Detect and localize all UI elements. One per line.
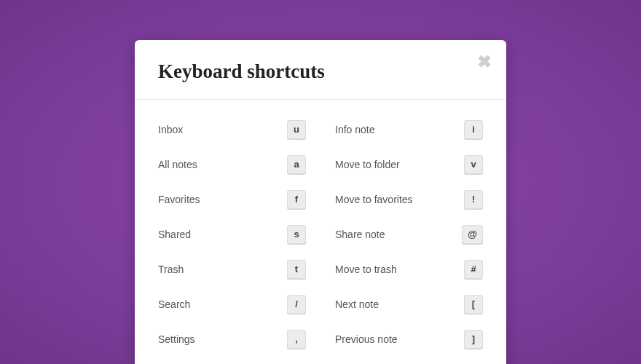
shortcut-label: Move to folder (335, 159, 400, 170)
shortcut-row: Next note [ (335, 295, 483, 314)
shortcut-key: f (287, 190, 306, 209)
shortcut-row: Info note i (335, 120, 483, 139)
shortcut-column-right: Info note i Move to folder v Move to fav… (335, 120, 483, 364)
shortcut-key: i (464, 120, 483, 139)
close-button[interactable]: ✖ (476, 53, 493, 71)
shortcut-label: Favorites (158, 194, 200, 205)
shortcut-key: [ (464, 295, 483, 314)
shortcut-row: Shared s (158, 225, 306, 244)
keyboard-shortcuts-modal: Keyboard shortcuts ✖ Inbox u All notes a… (135, 40, 506, 364)
shortcut-key: ] (464, 330, 483, 349)
shortcut-label: Share note (335, 229, 385, 240)
shortcut-label: Previous note (335, 333, 398, 345)
close-icon: ✖ (477, 52, 492, 71)
shortcut-label: Next note (335, 298, 379, 310)
shortcut-label: Trash (158, 264, 184, 275)
shortcut-label: Settings (158, 333, 195, 345)
shortcut-label: Move to trash (335, 264, 397, 275)
shortcut-row: Previous note ] (335, 330, 483, 349)
shortcut-column-left: Inbox u All notes a Favorites f Shared s… (158, 120, 306, 364)
shortcut-row: Settings , (158, 330, 306, 349)
modal-body: Inbox u All notes a Favorites f Shared s… (135, 100, 506, 364)
shortcut-row: Move to trash # (335, 260, 483, 279)
shortcut-key: / (287, 295, 306, 314)
shortcut-key: # (464, 260, 483, 279)
shortcut-key: ! (464, 190, 483, 209)
shortcut-row: Favorites f (158, 190, 306, 209)
modal-header: Keyboard shortcuts ✖ (135, 40, 506, 100)
shortcut-key: s (287, 225, 306, 244)
shortcut-key: @ (462, 225, 483, 244)
shortcut-row: Inbox u (158, 120, 306, 139)
shortcut-label: Move to favorites (335, 194, 413, 205)
shortcut-key: , (287, 330, 306, 349)
shortcut-row: Share note @ (335, 225, 483, 244)
shortcut-label: Search (158, 298, 190, 310)
shortcut-row: Move to favorites ! (335, 190, 483, 209)
shortcut-key: a (287, 155, 306, 174)
shortcut-row: All notes a (158, 155, 306, 174)
shortcut-key: u (287, 120, 306, 139)
shortcut-row: Trash t (158, 260, 306, 279)
shortcut-key: v (464, 155, 483, 174)
shortcut-row: Search / (158, 295, 306, 314)
shortcut-columns: Inbox u All notes a Favorites f Shared s… (158, 120, 483, 364)
shortcut-label: Info note (335, 124, 375, 135)
shortcut-row: Move to folder v (335, 155, 483, 174)
shortcut-label: Shared (158, 229, 191, 240)
shortcut-label: Inbox (158, 124, 183, 135)
modal-title: Keyboard shortcuts (158, 60, 483, 83)
shortcut-key: t (287, 260, 306, 279)
shortcut-label: All notes (158, 159, 197, 170)
